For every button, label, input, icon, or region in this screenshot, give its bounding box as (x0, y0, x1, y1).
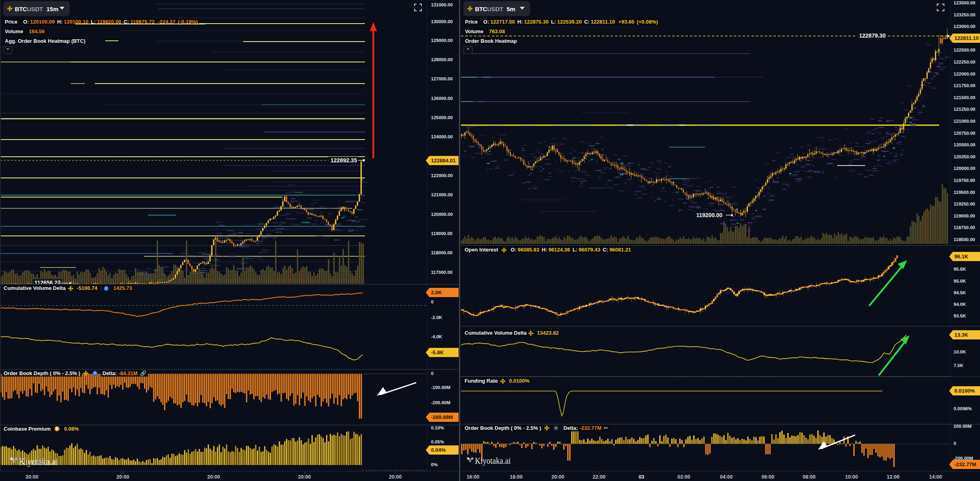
svg-text:₿: ₿ (56, 427, 58, 431)
svg-text:B: B (555, 427, 557, 430)
svg-text:C: C (105, 286, 107, 290)
svg-text:C: C (94, 371, 96, 375)
svg-text:122892.35: 122892.35 (331, 157, 357, 164)
svg-text:122879.30: 122879.30 (859, 32, 886, 39)
svg-text:119200.00: 119200.00 (696, 212, 723, 218)
